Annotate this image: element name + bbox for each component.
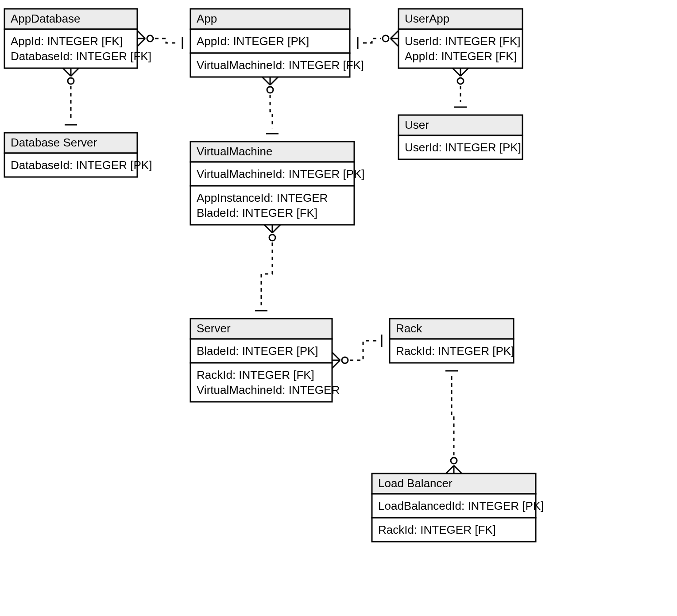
svg-point-50 bbox=[269, 235, 275, 241]
entity-field: BladeId: INTEGER [PK] bbox=[197, 344, 318, 358]
entity-field: RackId: INTEGER [PK] bbox=[396, 344, 514, 358]
entity-title: Server bbox=[197, 322, 231, 335]
svg-line-60 bbox=[454, 466, 462, 474]
entity-field: AppId: INTEGER [PK] bbox=[197, 35, 309, 48]
svg-line-52 bbox=[332, 352, 340, 360]
svg-line-42 bbox=[453, 68, 460, 76]
entity-title: Rack bbox=[396, 322, 422, 335]
entity-title: User bbox=[405, 118, 429, 131]
entity-field: BladeId: INTEGER [FK] bbox=[197, 206, 317, 219]
entity-server: ServerBladeId: INTEGER [PK]RackId: INTEG… bbox=[190, 319, 340, 402]
entity-field: UserId: INTEGER [FK] bbox=[405, 35, 521, 48]
relation-app-userapp bbox=[358, 31, 398, 49]
svg-point-25 bbox=[147, 35, 153, 42]
entity-title: AppDatabase bbox=[11, 12, 81, 25]
entity-field: DatabaseId: INTEGER [FK] bbox=[11, 50, 151, 63]
relation-appdatabase-app bbox=[137, 31, 182, 49]
entity-title: UserApp bbox=[405, 12, 449, 25]
entity-field: LoadBalancedId: INTEGER [PK] bbox=[378, 499, 544, 512]
relation-virtualmachine-server bbox=[255, 225, 280, 311]
svg-line-34 bbox=[71, 68, 79, 76]
svg-line-47 bbox=[264, 225, 272, 233]
entity-field: AppInstanceId: INTEGER bbox=[197, 191, 328, 204]
relation-server-rack bbox=[332, 335, 382, 368]
entity-title: Database Server bbox=[11, 136, 97, 149]
svg-point-35 bbox=[68, 78, 74, 84]
svg-point-55 bbox=[342, 357, 348, 363]
entity-virtualmachine: VirtualMachineVirtualMachineId: INTEGER … bbox=[190, 142, 365, 225]
svg-point-45 bbox=[457, 78, 464, 84]
relation-userapp-user bbox=[453, 68, 468, 107]
svg-point-40 bbox=[267, 87, 273, 93]
svg-line-54 bbox=[332, 360, 340, 368]
svg-point-31 bbox=[383, 35, 389, 42]
relation-appdatabase-databaseserver bbox=[63, 68, 79, 125]
svg-line-28 bbox=[391, 31, 398, 38]
entity-field: UserId: INTEGER [PK] bbox=[405, 141, 521, 154]
svg-line-58 bbox=[446, 466, 454, 474]
relation-rack-loadbalancer bbox=[445, 371, 462, 474]
entity-field: RackId: INTEGER [FK] bbox=[378, 523, 496, 536]
entity-userapp: UserAppUserId: INTEGER [FK]AppId: INTEGE… bbox=[398, 9, 522, 68]
entity-title: Load Balancer bbox=[378, 477, 453, 490]
svg-line-32 bbox=[63, 68, 71, 76]
entity-field: AppId: INTEGER [FK] bbox=[11, 35, 123, 48]
entity-field: RackId: INTEGER [FK] bbox=[197, 368, 314, 381]
entity-appdatabase: AppDatabaseAppId: INTEGER [FK]DatabaseId… bbox=[4, 9, 151, 68]
svg-line-49 bbox=[272, 225, 280, 233]
svg-line-44 bbox=[460, 68, 468, 76]
svg-line-39 bbox=[270, 77, 278, 85]
svg-line-37 bbox=[262, 77, 270, 85]
entity-field: VirtualMachineId: INTEGER [PK] bbox=[197, 167, 365, 181]
entity-field: DatabaseId: INTEGER [PK] bbox=[11, 158, 152, 172]
relation-app-virtualmachine bbox=[262, 77, 279, 134]
entity-rack: RackRackId: INTEGER [PK] bbox=[390, 319, 514, 363]
entity-title: App bbox=[197, 12, 217, 25]
svg-point-61 bbox=[451, 458, 457, 464]
entity-title: VirtualMachine bbox=[197, 145, 273, 158]
entity-field: AppId: INTEGER [FK] bbox=[405, 50, 517, 63]
entity-app: AppAppId: INTEGER [PK]VirtualMachineId: … bbox=[190, 9, 364, 77]
svg-line-30 bbox=[391, 38, 398, 46]
entity-databaseserver: Database ServerDatabaseId: INTEGER [PK] bbox=[4, 133, 152, 177]
entity-field: VirtualMachineId: INTEGER bbox=[197, 383, 340, 397]
er-diagram: AppDatabaseAppId: INTEGER [FK]DatabaseId… bbox=[0, 0, 677, 616]
entity-field: VirtualMachineId: INTEGER [FK] bbox=[197, 58, 364, 72]
entity-loadbalancer: Load BalancerLoadBalancedId: INTEGER [PK… bbox=[372, 474, 544, 542]
svg-line-22 bbox=[137, 31, 145, 38]
svg-line-24 bbox=[137, 38, 145, 46]
entity-user: UserUserId: INTEGER [PK] bbox=[398, 115, 522, 159]
